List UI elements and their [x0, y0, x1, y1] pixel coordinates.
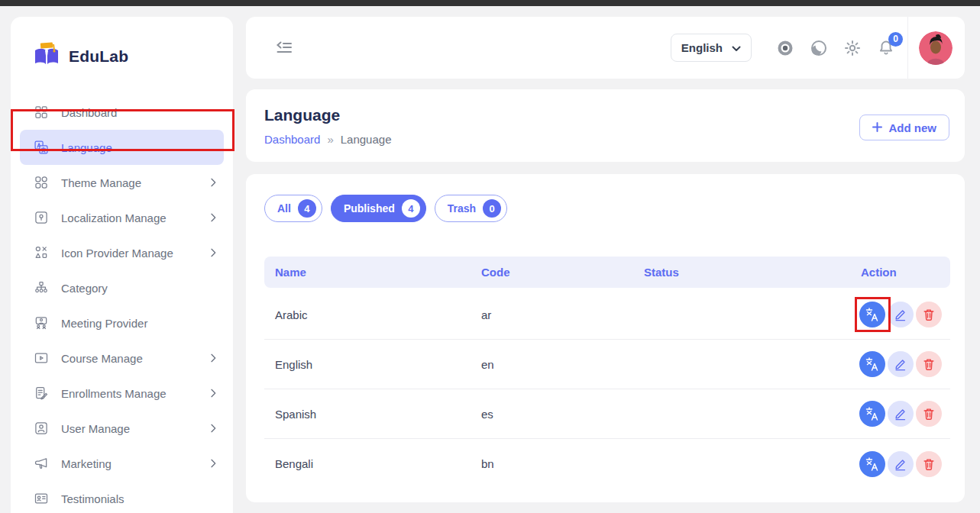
edit-button[interactable]: [888, 302, 914, 327]
language-select[interactable]: English: [671, 34, 752, 62]
chevron-right-icon: [207, 422, 219, 434]
sidebar-item-user-manage[interactable]: User Manage: [11, 411, 233, 446]
chevron-right-icon: [207, 387, 219, 399]
plus-icon: [872, 121, 882, 134]
shapes-icon: [34, 245, 49, 260]
filter-count-badge: 4: [402, 199, 420, 218]
cell-code: ar: [481, 308, 644, 321]
breadcrumb: Dashboard » Language: [264, 133, 391, 146]
id-card-icon: [34, 491, 49, 506]
sidebar-item-dashboard[interactable]: Dashboard: [11, 95, 233, 130]
sidebar-item-icon-provider-manage[interactable]: Icon Provider Manage: [11, 235, 233, 270]
sidebar-item-course-manage[interactable]: Course Manage: [11, 340, 233, 376]
enrollment-doc-icon: [34, 386, 49, 401]
cell-code: bn: [481, 457, 644, 470]
breadcrumb-separator: »: [327, 133, 333, 146]
notification-badge: 0: [888, 32, 903, 47]
sidebar-item-category[interactable]: Category: [11, 270, 233, 305]
translate-button[interactable]: [859, 302, 885, 327]
translate-button[interactable]: [859, 451, 885, 477]
filter-count-badge: 0: [483, 199, 501, 218]
cell-name: Bengali: [275, 457, 481, 470]
column-header-action: Action: [861, 266, 950, 279]
topbar-actions: English: [671, 17, 953, 79]
edit-button[interactable]: [888, 401, 914, 427]
user-card-icon: [34, 421, 49, 436]
table-row: Bengali bn: [264, 439, 950, 489]
delete-button[interactable]: [916, 451, 942, 477]
sitemap-icon: [34, 280, 49, 295]
browser-top-strip: [0, 0, 980, 6]
sidebar-item-enrollments-manage[interactable]: Enrollments Manage: [11, 376, 233, 411]
delete-button[interactable]: [916, 302, 942, 327]
filter-count-badge: 4: [298, 199, 316, 218]
dark-mode-icon[interactable]: [808, 37, 830, 59]
edulab-logo-icon: [32, 41, 61, 72]
sidebar: EduLab Dashboard Language Theme Manage: [11, 17, 233, 513]
collapse-sidebar-icon[interactable]: [275, 40, 293, 56]
delete-button[interactable]: [916, 351, 942, 377]
screen: EduLab Dashboard Language Theme Manage: [0, 0, 980, 513]
video-course-icon: [34, 350, 49, 366]
cell-code: en: [481, 358, 644, 371]
translate-icon: [34, 140, 49, 155]
app-logo-text: EduLab: [69, 47, 128, 66]
settings-icon[interactable]: [842, 37, 863, 59]
topbar-divider: [907, 17, 908, 79]
edit-button[interactable]: [888, 451, 914, 477]
sidebar-item-marketing[interactable]: Marketing: [11, 446, 233, 481]
table-header-row: Name Code Status Action: [264, 256, 950, 288]
column-header-status: Status: [644, 266, 861, 279]
page-header-card: Language Dashboard » Language Add new: [246, 89, 965, 162]
filter-tab-published[interactable]: Published 4: [331, 195, 426, 222]
edit-button[interactable]: [888, 351, 914, 377]
cell-code: es: [481, 408, 644, 421]
table-row: English en: [264, 340, 950, 389]
topbar: English: [246, 17, 965, 79]
translate-button[interactable]: [859, 401, 885, 427]
chevron-right-icon: [207, 176, 219, 189]
cell-name: Arabic: [275, 308, 481, 321]
sidebar-item-language[interactable]: Language: [20, 130, 224, 165]
app-logo[interactable]: EduLab: [11, 17, 233, 72]
table-row: Arabic ar: [264, 290, 950, 340]
filter-tabs: All 4 Published 4 Trash 0: [264, 195, 507, 222]
sidebar-item-meeting-provider[interactable]: Meeting Provider: [11, 305, 233, 340]
theme-icon: [34, 175, 49, 190]
filter-tab-all[interactable]: All 4: [264, 195, 322, 222]
table-row: Spanish es: [264, 389, 950, 439]
filter-tab-trash[interactable]: Trash 0: [435, 195, 507, 222]
chevron-down-icon: [732, 41, 741, 54]
user-avatar[interactable]: [919, 31, 953, 65]
translate-button[interactable]: [859, 351, 885, 377]
language-table-card: All 4 Published 4 Trash 0 Name Code Stat…: [246, 174, 965, 502]
cell-name: English: [275, 358, 481, 371]
sidebar-item-testimonials[interactable]: Testimonials: [11, 481, 233, 513]
sidebar-menu: Dashboard Language Theme Manage Loc: [11, 95, 233, 513]
page-title: Language: [264, 106, 340, 124]
chevron-right-icon: [207, 211, 219, 224]
dashboard-grid-icon: [34, 105, 49, 120]
sidebar-item-theme-manage[interactable]: Theme Manage: [11, 165, 233, 200]
table-body: Arabic ar English en: [264, 290, 950, 489]
cell-name: Spanish: [275, 408, 481, 421]
add-new-button[interactable]: Add new: [859, 115, 950, 140]
delete-button[interactable]: [916, 401, 942, 427]
breadcrumb-current: Language: [341, 133, 392, 146]
column-header-code: Code: [481, 266, 644, 279]
map-pin-icon: [34, 210, 49, 225]
breadcrumb-dashboard-link[interactable]: Dashboard: [264, 133, 320, 146]
row-actions: [859, 451, 950, 477]
notifications-icon[interactable]: 0: [875, 37, 897, 59]
record-icon[interactable]: [775, 37, 796, 59]
row-actions: [859, 351, 950, 377]
row-actions: [859, 302, 950, 327]
chevron-right-icon: [207, 457, 219, 469]
chevron-right-icon: [207, 247, 219, 259]
meeting-icon: [34, 315, 49, 331]
chevron-right-icon: [207, 352, 219, 364]
megaphone-icon: [34, 456, 49, 471]
column-header-name: Name: [275, 266, 481, 279]
row-actions: [859, 401, 950, 427]
sidebar-item-localization-manage[interactable]: Localization Manage: [11, 200, 233, 235]
